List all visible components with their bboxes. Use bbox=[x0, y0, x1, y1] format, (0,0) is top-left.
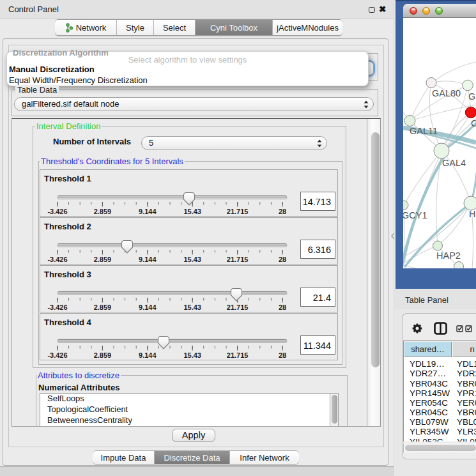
svg-text:-3.426: -3.426 bbox=[47, 208, 67, 215]
svg-text:15.43: 15.43 bbox=[183, 351, 201, 359]
svg-text:2.859: 2.859 bbox=[94, 256, 112, 263]
svg-text:21.715: 21.715 bbox=[227, 351, 249, 359]
svg-text:GAL4: GAL4 bbox=[442, 158, 466, 168]
svg-text:9.144: 9.144 bbox=[139, 208, 157, 215]
svg-text:H: H bbox=[469, 209, 475, 219]
svg-text:28: 28 bbox=[279, 303, 286, 311]
svg-text:G.: G. bbox=[468, 91, 476, 102]
svg-text:2.859: 2.859 bbox=[94, 303, 112, 311]
svg-text:GAL11: GAL11 bbox=[410, 126, 438, 136]
svg-text:9.144: 9.144 bbox=[139, 351, 157, 359]
svg-text:28: 28 bbox=[279, 208, 286, 215]
svg-text:C: C bbox=[471, 118, 476, 128]
svg-text:9.144: 9.144 bbox=[139, 303, 157, 311]
svg-text:15.43: 15.43 bbox=[183, 303, 201, 311]
svg-text:GAL80: GAL80 bbox=[432, 88, 461, 98]
svg-text:21.715: 21.715 bbox=[227, 303, 249, 311]
svg-text:28: 28 bbox=[279, 351, 286, 359]
svg-text:HAP2: HAP2 bbox=[436, 250, 461, 261]
svg-text:-3.426: -3.426 bbox=[47, 303, 67, 311]
svg-text:15.43: 15.43 bbox=[183, 208, 201, 215]
svg-text:28: 28 bbox=[279, 256, 286, 263]
svg-text:21.715: 21.715 bbox=[227, 256, 249, 263]
svg-text:2.859: 2.859 bbox=[94, 351, 112, 359]
svg-text:-3.426: -3.426 bbox=[47, 351, 67, 359]
svg-text:15.43: 15.43 bbox=[183, 256, 201, 263]
svg-text:9.144: 9.144 bbox=[139, 256, 157, 263]
svg-text:2.859: 2.859 bbox=[94, 208, 112, 215]
svg-text:-3.426: -3.426 bbox=[47, 256, 67, 263]
svg-text:21.715: 21.715 bbox=[227, 208, 249, 215]
svg-text:GCY1: GCY1 bbox=[403, 210, 427, 220]
